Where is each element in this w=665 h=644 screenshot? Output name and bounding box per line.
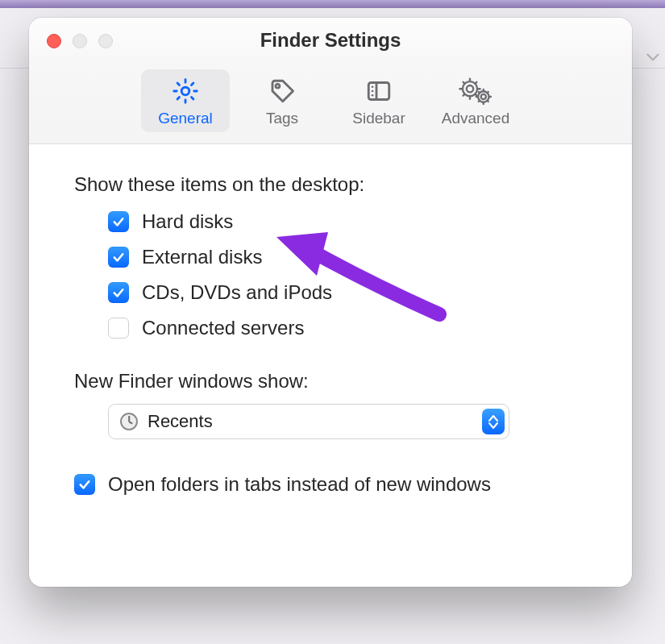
checkbox-open-in-tabs[interactable]: Open folders in tabs instead of new wind… (74, 473, 587, 496)
tab-general[interactable]: General (141, 69, 230, 132)
tag-icon (268, 76, 297, 106)
tab-tags[interactable]: Tags (238, 69, 326, 132)
gears-icon (459, 76, 493, 106)
new-window-label: New Finder windows show: (74, 370, 587, 393)
titlebar: Finder Settings (29, 18, 632, 63)
tab-advanced[interactable]: Advanced (431, 69, 520, 132)
tab-label: Tags (266, 110, 298, 127)
tab-label: Advanced (442, 110, 510, 127)
checkbox-label: CDs, DVDs and iPods (142, 281, 332, 304)
clock-icon (120, 413, 138, 430)
window-controls (47, 34, 113, 48)
zoom-button[interactable] (98, 34, 113, 48)
checkbox-label: Connected servers (142, 317, 304, 339)
checkbox-icon (108, 318, 129, 339)
toolbar-tabs: General Tags Sidebar (29, 63, 632, 144)
checkbox-label: Open folders in tabs instead of new wind… (108, 473, 491, 496)
checkbox-label: External disks (142, 246, 262, 268)
gear-icon (171, 76, 200, 106)
chevron-down-icon[interactable] (642, 47, 663, 71)
svg-point-1 (276, 84, 280, 88)
sidebar-icon (364, 76, 393, 106)
svg-point-9 (481, 94, 486, 99)
popup-stepper-icon (482, 409, 505, 434)
checkbox-icon (108, 211, 129, 232)
checkbox-label: Hard disks (142, 210, 233, 233)
tab-sidebar[interactable]: Sidebar (335, 69, 423, 132)
finder-settings-window: Finder Settings General Tags (29, 18, 632, 587)
svg-point-7 (467, 85, 473, 92)
checkbox-cds-dvds-ipods[interactable]: CDs, DVDs and iPods (108, 281, 587, 304)
desktop-items-label: Show these items on the desktop: (74, 173, 587, 196)
close-button[interactable] (47, 34, 61, 48)
checkbox-icon (108, 282, 129, 303)
menubar-edge (0, 0, 665, 8)
checkbox-connected-servers[interactable]: Connected servers (108, 317, 587, 339)
svg-point-0 (181, 87, 189, 95)
minimize-button[interactable] (73, 34, 87, 48)
popup-value: Recents (148, 411, 213, 432)
checkbox-external-disks[interactable]: External disks (108, 246, 587, 268)
tab-label: General (158, 110, 213, 127)
svg-point-6 (372, 94, 374, 97)
tab-label: Sidebar (352, 110, 405, 127)
general-pane: Show these items on the desktop: Hard di… (29, 144, 632, 512)
checkbox-icon (108, 247, 129, 268)
checkbox-icon (74, 474, 95, 495)
checkbox-hard-disks[interactable]: Hard disks (108, 210, 587, 233)
window-title: Finder Settings (260, 29, 401, 52)
svg-point-5 (372, 90, 374, 93)
svg-point-4 (372, 85, 374, 88)
new-window-popup[interactable]: Recents (108, 404, 509, 439)
